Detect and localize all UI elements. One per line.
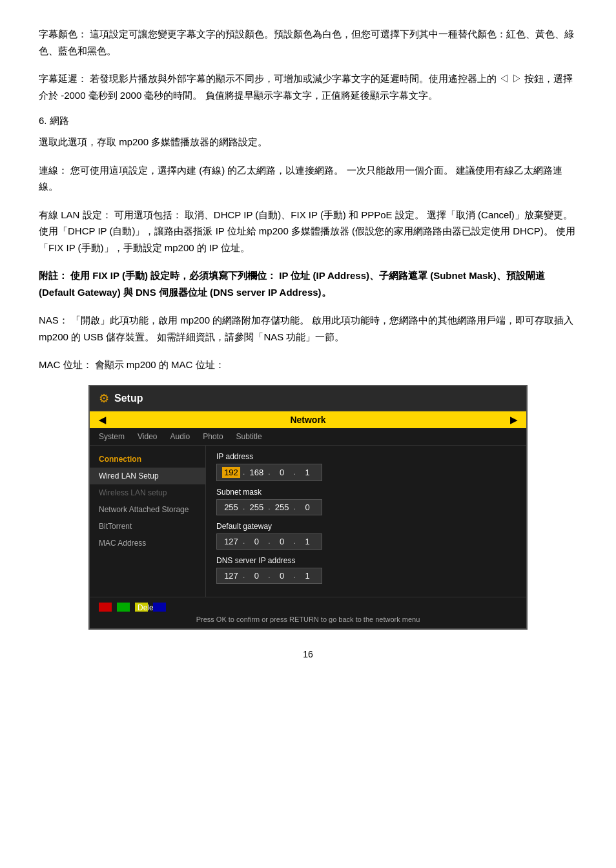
tab-video[interactable]: Video xyxy=(138,432,157,441)
subnet-mask-input[interactable]: 255 . 255 . 255 . 0 xyxy=(216,499,322,515)
network-label: Network xyxy=(112,415,504,425)
sidebar-item-bittorrent[interactable]: BitTorrent xyxy=(90,518,205,535)
ip-address-section: IP address 192 . 168 . 0 . 1 xyxy=(216,452,516,481)
gw-seg-2[interactable]: 0 xyxy=(247,537,265,546)
setup-header: ⚙ Setup xyxy=(90,386,526,411)
connection-desc: 連線： 您可使用這項設定，選擇內建 (有線) 的乙太網路，以連接網路。 一次只能… xyxy=(39,162,577,195)
subtitle-delay-paragraph: 字幕延遲： 若發現影片播放與外部字幕的顯示不同步，可增加或減少字幕文字的延遲時間… xyxy=(39,70,577,103)
section-6-desc: 選取此選項，存取 mp200 多媒體播放器的網路設定。 xyxy=(39,134,577,150)
tab-system[interactable]: System xyxy=(99,432,125,441)
green-button[interactable] xyxy=(117,603,130,612)
gw-seg-3[interactable]: 0 xyxy=(273,537,291,546)
ip-seg-1[interactable]: 192 xyxy=(222,467,240,478)
dns-label: DNS server IP address xyxy=(216,556,516,565)
subnet-seg-1[interactable]: 255 xyxy=(222,502,240,512)
gw-seg-4[interactable]: 1 xyxy=(298,537,316,546)
ip-seg-2[interactable]: 168 xyxy=(247,468,265,477)
gateway-input[interactable]: 127 . 0 . 0 . 1 xyxy=(216,533,322,550)
dns-seg-4[interactable]: 1 xyxy=(298,571,316,581)
yellow-button[interactable]: Delete xyxy=(135,603,148,612)
subtitle-delay-text: 字幕延遲： 若發現影片播放與外部字幕的顯示不同步，可增加或減少字幕文字的延遲時間… xyxy=(39,73,573,101)
sidebar-item-nas[interactable]: Network Attached Storage xyxy=(90,501,205,518)
setup-main-content: IP address 192 . 168 . 0 . 1 Subnet mask xyxy=(206,446,526,597)
screen-color-paragraph: 字幕顏色： 這項設定可讓您變更字幕文字的預設顏色。預設顏色為白色，但您可選擇下列… xyxy=(39,26,577,59)
dns-input[interactable]: 127 . 0 . 0 . 1 xyxy=(216,568,322,584)
nav-left-arrow[interactable]: ◀ xyxy=(99,415,106,425)
ip-seg-4[interactable]: 1 xyxy=(298,468,316,477)
subnet-mask-label: Subnet mask xyxy=(216,488,516,497)
setup-icon: ⚙ xyxy=(99,391,109,406)
footer-hint: Press OK to confirm or press RETURN to g… xyxy=(99,615,517,623)
sidebar: Connection Wired LAN Setup Wireless LAN … xyxy=(90,446,206,597)
note-bold: 附註： 使用 FIX IP (手動) 設定時，必須填寫下列欄位： IP 位址 (… xyxy=(39,267,577,300)
gw-seg-1[interactable]: 127 xyxy=(222,537,240,546)
page-number: 16 xyxy=(39,649,577,659)
setup-nav: ◀ Network ▶ xyxy=(90,411,526,428)
footer-buttons: Delete xyxy=(99,603,517,612)
sidebar-item-wireless-lan: Wireless LAN setup xyxy=(90,484,205,501)
red-button[interactable] xyxy=(99,603,112,612)
section-6-title: 6. 網路 xyxy=(39,115,577,127)
setup-title: Setup xyxy=(114,393,143,404)
setup-footer: Delete Press OK to confirm or press RETU… xyxy=(90,597,526,628)
sidebar-item-connection[interactable]: Connection xyxy=(90,451,205,468)
sidebar-item-wired-lan[interactable]: Wired LAN Setup xyxy=(90,468,205,484)
dns-seg-1[interactable]: 127 xyxy=(222,571,240,581)
page-content: 字幕顏色： 這項設定可讓您變更字幕文字的預設顏色。預設顏色為白色，但您可選擇下列… xyxy=(39,26,577,659)
subnet-seg-4[interactable]: 0 xyxy=(298,502,316,512)
setup-box: ⚙ Setup ◀ Network ▶ System Video Audio P… xyxy=(88,385,528,630)
mac-desc: MAC 位址： 會顯示 mp200 的 MAC 位址： xyxy=(39,356,577,373)
nav-right-arrow[interactable]: ▶ xyxy=(510,415,517,425)
dns-seg-3[interactable]: 0 xyxy=(273,571,291,581)
subnet-mask-section: Subnet mask 255 . 255 . 255 . 0 xyxy=(216,488,516,515)
default-gateway-label: Default gateway xyxy=(216,522,516,531)
ip-seg-3[interactable]: 0 xyxy=(273,468,291,477)
wired-lan-desc: 有線 LAN 設定： 可用選項包括： 取消、DHCP IP (自動)、FIX I… xyxy=(39,207,577,256)
tab-photo[interactable]: Photo xyxy=(203,432,223,441)
tab-bar: System Video Audio Photo Subtitle xyxy=(90,428,526,446)
tab-audio[interactable]: Audio xyxy=(170,432,190,441)
subnet-seg-2[interactable]: 255 xyxy=(247,502,265,512)
default-gateway-section: Default gateway 127 . 0 . 0 . 1 xyxy=(216,522,516,550)
nas-desc: NAS： 「開啟」此項功能，啟用 mp200 的網路附加存儲功能。 啟用此項功能… xyxy=(39,312,577,345)
ip-address-input[interactable]: 192 . 168 . 0 . 1 xyxy=(216,464,322,481)
tab-subtitle[interactable]: Subtitle xyxy=(236,432,262,441)
ip-address-label: IP address xyxy=(216,452,516,461)
screen-color-text: 字幕顏色： 這項設定可讓您變更字幕文字的預設顏色。預設顏色為白色，但您可選擇下列… xyxy=(39,28,574,56)
setup-body: Connection Wired LAN Setup Wireless LAN … xyxy=(90,446,526,597)
dns-section: DNS server IP address 127 . 0 . 0 . 1 xyxy=(216,556,516,584)
sidebar-item-mac[interactable]: MAC Address xyxy=(90,535,205,552)
blue-button[interactable] xyxy=(153,603,166,612)
subnet-seg-3[interactable]: 255 xyxy=(273,502,291,512)
dns-seg-2[interactable]: 0 xyxy=(247,571,265,581)
